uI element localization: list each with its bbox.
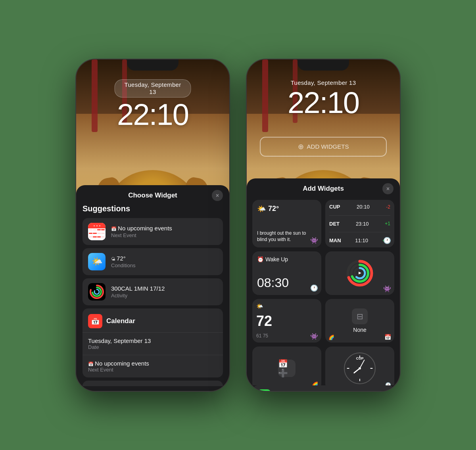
weather-small-temp: 72° (268, 205, 279, 213)
aw-title: Add Widgets (303, 185, 344, 193)
activity-subtitle: Activity (111, 293, 217, 299)
aw-add-calendar[interactable]: 📅➕ 🌈 (252, 347, 321, 385)
alarm-time: 08:30 (257, 276, 317, 290)
temp-top: 🌤️ (256, 303, 263, 309)
cal-date-title: Tuesday, September 13 (88, 337, 217, 344)
svg-point-2 (94, 289, 99, 294)
svg-line-16 (360, 360, 364, 369)
weather-cloud-icon: 🌤️ (257, 205, 266, 213)
clock-app-icon: 🕐 (383, 237, 391, 244)
cal-date-subtitle: Date (88, 344, 217, 350)
left-phone: Tuesday, September 13 22:10 Choose Widge… (75, 59, 230, 392)
plus-icon: ⊕ (298, 142, 304, 151)
cal-big-icon: 📅 (88, 314, 102, 328)
activity-stats: 300CAL 1MIN 17/12 (111, 285, 217, 292)
aw-weather-small[interactable]: 🌤️ 72° I brought out the sun to blind yo… (252, 200, 321, 247)
aw-cup-clock[interactable]: CUP � (325, 347, 394, 385)
alarm-clock-icon: 🕐 (310, 284, 318, 292)
right-wallpaper: Tuesday, September 13 22:10 ⊕ ADD WIDGET… (247, 59, 400, 391)
left-date-text: Tuesday, September 13 (125, 81, 181, 95)
alarm-label: ⏰ Wake Up (257, 256, 317, 262)
calendar-icon-graphic (88, 223, 106, 240)
add-cal-rainbow: 🌈 (311, 381, 318, 385)
batteries-row[interactable]: 🔋 Batteries (252, 385, 394, 391)
left-lock-date: Tuesday, September 13 22:10 (115, 79, 191, 130)
aw-activity-ring[interactable]: ▶ 👾 (325, 251, 394, 295)
weather-widget-text: 🌤 72° Conditions (111, 255, 217, 268)
aw-header: Add Widgets × (247, 178, 400, 197)
calendar-section: 📅 Calendar Tuesday, September 13 Date 📅 … (83, 308, 223, 377)
suggestion-calendar[interactable]: 📅 No upcoming events Next Event (83, 218, 223, 245)
clock-time-det: 23:10 (356, 221, 369, 227)
carrot-badge-icon: 👾 (310, 237, 318, 244)
add-cal-emoji: 📅➕ (278, 359, 296, 378)
clock-city-cup: CUP (329, 204, 340, 210)
calendar-widget-text: 📅 No upcoming events Next Event (111, 225, 217, 238)
cal-date-item[interactable]: Tuesday, September 13 Date (83, 332, 223, 355)
calendar-no-events: 📅 No upcoming events (111, 225, 217, 232)
clock-diff-det: +1 (385, 221, 390, 226)
date-pill: Tuesday, September 13 (115, 79, 191, 98)
temp-icon: 🌤️ (256, 303, 263, 309)
temp-num-range: 61 75 (256, 333, 268, 339)
left-sheet-header: Choose Widget × (76, 185, 229, 204)
clock-row-det: DET 23:10 +1 (329, 221, 390, 227)
carrot-ring-icon: 👾 (383, 285, 391, 293)
notch-left (127, 59, 178, 71)
notch-right (298, 59, 349, 71)
none-cal-icon: 📅 (384, 334, 391, 340)
activity-icon (88, 283, 106, 301)
clock-time-man: 11:10 (355, 237, 368, 243)
left-sheet-title: Choose Widget (128, 191, 177, 199)
weather-small-top: 🌤️ 72° (257, 205, 317, 213)
add-widgets-button[interactable]: ⊕ ADD WIDGETS (260, 137, 387, 157)
left-bottom-sheet: Choose Widget × Suggestions (76, 185, 229, 391)
suggestion-activity[interactable]: 300CAL 1MIN 17/12 Activity (83, 278, 223, 305)
left-time: 22:10 (115, 100, 191, 130)
cal-event-item[interactable]: 📅 No upcoming events Next Event (83, 355, 223, 377)
weather-subtitle: Conditions (111, 262, 217, 268)
aw-temperature-num[interactable]: 🌤️ 72 61 75 👾 (252, 299, 321, 343)
add-widgets-label: ADD WIDGETS (307, 143, 349, 150)
svg-text:▶: ▶ (359, 271, 361, 275)
left-close-button[interactable]: × (212, 190, 223, 201)
clock-row-man: MAN 11:10 +13 (329, 237, 390, 243)
right-phone: Tuesday, September 13 22:10 ⊕ ADD WIDGET… (246, 59, 401, 392)
temp-carrot-icon: 👾 (310, 333, 318, 340)
right-date-text: Tuesday, September 13 (288, 79, 359, 86)
clock-time-cup: 20:10 (357, 204, 370, 210)
cup-clock-face: CUP (344, 352, 376, 384)
clock-city-man: MAN (329, 237, 341, 243)
clock-diff-cup: -2 (386, 204, 390, 210)
suggestions-title: Suggestions (83, 204, 223, 213)
alarm-icon: ⏰ (257, 256, 264, 262)
weather-icon: 🌤️ (88, 253, 106, 270)
left-sheet-content[interactable]: Suggestions (76, 204, 229, 386)
right-time: 22:10 (288, 88, 359, 118)
weather-temp: 🌤 72° (111, 255, 217, 262)
aw-none-widget[interactable]: ⊟ None 📅 🌈 (325, 299, 394, 343)
none-icon: ⊟ (352, 308, 368, 324)
calendar-items: Tuesday, September 13 Date 📅 No upcoming… (83, 332, 223, 377)
add-cal-icon: 📅➕ (278, 360, 296, 377)
ring-svg: ▶ (344, 257, 376, 289)
cal-event-title: 📅 No upcoming events (88, 360, 217, 367)
clock-row-cup: CUP 20:10 -2 (329, 204, 390, 210)
temp-num-value: 72 (256, 313, 272, 329)
calendar-section-title: Calendar (106, 317, 135, 325)
suggestion-weather[interactable]: 🌤️ 🌤 72° Conditions (83, 248, 223, 275)
battery-icon: 🔋 (258, 389, 271, 391)
cup-clock-app-icon: 🕐 (385, 382, 391, 385)
cal-event-subtitle: Next Event (88, 367, 217, 373)
right-lock-date: Tuesday, September 13 22:10 (288, 79, 359, 118)
calendar-subtitle: Next Event (111, 232, 217, 238)
activity-widget-text: 300CAL 1MIN 17/12 Activity (111, 285, 217, 299)
clock-city-det: DET (329, 221, 340, 227)
svg-point-1 (92, 287, 101, 296)
aw-world-clock[interactable]: CUP 20:10 -2 DET 23:10 +1 MAN 11:10 +1 (325, 200, 394, 247)
calendar-icon (88, 223, 106, 240)
aw-close-button[interactable]: × (382, 183, 393, 194)
none-rainbow-icon: 🌈 (328, 335, 334, 340)
carrot-row[interactable]: 👾 CARROT (83, 381, 223, 386)
aw-alarm[interactable]: ⏰ Wake Up 08:30 🕐 (252, 251, 321, 295)
